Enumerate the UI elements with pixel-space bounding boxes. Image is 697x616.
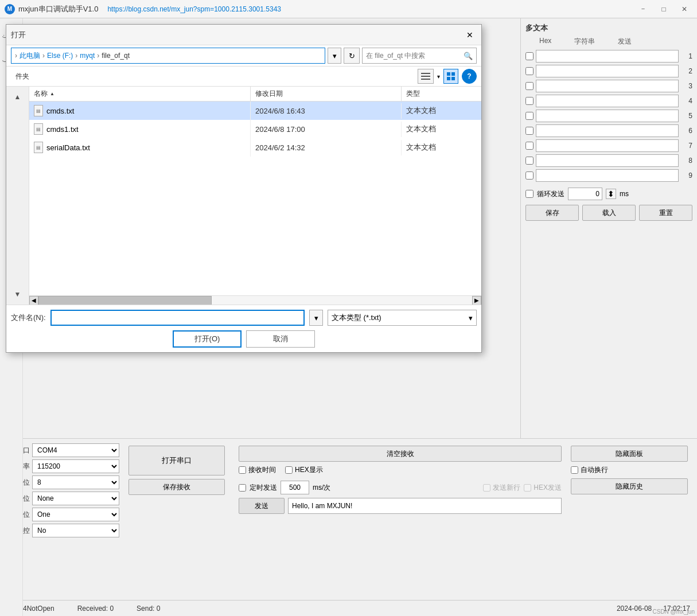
send-button[interactable]: 发送 (239, 498, 285, 514)
minimize-button[interactable]: － (635, 1, 651, 17)
open-button[interactable]: 打开(O) (173, 330, 242, 348)
row-number-6: 6 (681, 127, 692, 135)
save-button[interactable]: 保存 (525, 205, 579, 221)
text-input-9[interactable] (536, 169, 679, 182)
scroll-right-button[interactable]: ▶ (472, 296, 481, 305)
port-select[interactable]: COM4 (32, 443, 119, 457)
maximize-button[interactable]: □ (656, 1, 672, 17)
view-dropdown-icon[interactable]: ▾ (437, 73, 440, 80)
recv-time-checkbox[interactable] (239, 466, 246, 474)
loop-send-checkbox[interactable] (525, 190, 534, 198)
scroll-down-arrow[interactable]: ▼ (12, 288, 24, 300)
text-input-6[interactable] (536, 124, 679, 137)
hex-checkbox-1[interactable] (525, 52, 534, 60)
filetype-select[interactable]: 文本类型 (*.txt) ▾ (328, 310, 477, 326)
app-close-button[interactable]: ✕ (676, 1, 692, 17)
cancel-button[interactable]: 取消 (246, 330, 315, 348)
send-text-input[interactable] (288, 498, 562, 514)
table-row[interactable]: ▤ serialData.txt 2024/6/2 14:32 文本文档 (29, 138, 481, 157)
hex-checkbox-2[interactable] (525, 67, 534, 75)
hex-display-checkbox[interactable] (285, 466, 293, 474)
hex-checkbox-3[interactable] (525, 82, 534, 90)
file-name-cell: ▤ cmds.txt (29, 102, 251, 120)
parity-select[interactable]: None (32, 492, 119, 505)
loop-spinner[interactable]: ⬍ (606, 189, 616, 199)
loop-value-input[interactable] (568, 188, 602, 200)
file-list-main: 名称 ▲ 修改日期 类型 ▤ cmd (29, 87, 481, 305)
hex-send-checkbox[interactable] (524, 484, 531, 492)
hex-checkbox-9[interactable] (525, 171, 534, 180)
view-details-button[interactable] (443, 69, 458, 84)
stop-bits-select[interactable]: One (32, 508, 119, 521)
hide-panel-button[interactable]: 隐藏面板 (571, 446, 688, 462)
address-bar: › 此电脑 › Else (F:) › myqt › file_of_qt ▾ … (6, 45, 481, 67)
text-input-3[interactable] (536, 80, 679, 92)
dialog-close-button[interactable]: ✕ (463, 28, 477, 42)
search-input[interactable] (366, 52, 464, 60)
app-url[interactable]: https://blog.csdn.net/mx_jun?spm=1000.21… (107, 5, 281, 13)
breadcrumb[interactable]: › 此电脑 › Else (F:) › myqt › file_of_qt (11, 48, 325, 64)
filetype-dropdown-icon: ▾ (469, 314, 473, 322)
text-input-4[interactable] (536, 95, 679, 107)
data-bits-select[interactable]: 8 (32, 475, 119, 489)
help-button[interactable]: ? (462, 69, 477, 84)
breadcrumb-dropdown[interactable]: ▾ (328, 48, 341, 64)
timed-send-checkbox[interactable] (239, 484, 246, 492)
flow-select[interactable]: No (32, 524, 119, 537)
breadcrumb-sep1: › (15, 52, 17, 60)
hex-checkbox-5[interactable] (525, 112, 534, 120)
reset-button[interactable]: 重置 (639, 205, 692, 221)
view-list-button[interactable] (418, 69, 434, 84)
file-date-cell: 2024/6/8 16:43 (251, 103, 402, 119)
breadcrumb-pc[interactable]: 此电脑 (20, 51, 40, 61)
svg-rect-6 (451, 77, 455, 80)
scroll-thumb[interactable] (38, 296, 212, 305)
text-input-5[interactable] (536, 110, 679, 122)
status-date: 2024-06-08 (617, 605, 652, 613)
hex-checkbox-7[interactable] (525, 142, 534, 150)
baud-select[interactable]: 115200 (32, 459, 119, 473)
breadcrumb-sep3: › (75, 52, 77, 60)
hex-checkbox-4[interactable] (525, 97, 534, 105)
list-item: 5 (525, 110, 692, 122)
timed-send-input[interactable] (281, 481, 309, 494)
text-input-2[interactable] (536, 65, 679, 77)
row-number-5: 5 (681, 112, 692, 120)
table-row[interactable]: ▤ cmds1.txt 2024/6/8 17:00 文本文档 (29, 120, 481, 138)
row-number-7: 7 (681, 142, 692, 150)
dialog-title-bar: 打开 ✕ (6, 25, 481, 45)
svg-rect-5 (447, 77, 450, 80)
recv-options: 接收时间 HEX显示 (239, 465, 562, 475)
load-button[interactable]: 载入 (582, 205, 636, 221)
send-newline-checkbox[interactable] (483, 484, 490, 492)
hex-checkbox-8[interactable] (525, 157, 534, 165)
refresh-button[interactable]: ↻ (344, 48, 360, 64)
column-type-header[interactable]: 类型 (402, 87, 481, 101)
breadcrumb-drive[interactable]: Else (F:) (47, 52, 73, 60)
column-name-header[interactable]: 名称 ▲ (29, 87, 251, 101)
filename-dropdown[interactable]: ▾ (309, 310, 323, 326)
window-controls: － □ ✕ (635, 1, 692, 17)
send-newline-label: 发送新行 (493, 483, 520, 493)
hide-history-button[interactable]: 隐藏历史 (571, 478, 688, 494)
dialog-toolbar: 件夹 ▾ ? (6, 67, 481, 87)
hex-checkbox-6[interactable] (525, 127, 534, 135)
clear-recv-button[interactable]: 清空接收 (239, 446, 562, 462)
scroll-up-arrow[interactable]: ▲ (12, 91, 24, 103)
text-input-7[interactable] (536, 139, 679, 152)
file-date-cell: 2024/6/2 14:32 (251, 140, 402, 155)
horizontal-scrollbar[interactable]: ◀ ▶ (29, 295, 481, 305)
scroll-left-button[interactable]: ◀ (29, 296, 38, 305)
open-port-button[interactable]: 打开串口 (129, 446, 225, 475)
list-item: 9 (525, 169, 692, 182)
text-input-1[interactable] (536, 50, 679, 63)
breadcrumb-myqt[interactable]: myqt (80, 52, 95, 60)
table-row[interactable]: ▤ cmds.txt 2024/6/8 16:43 文本文档 (29, 102, 481, 120)
save-recv-button[interactable]: 保存接收 (129, 479, 225, 495)
dialog-bottom: 文件名(N): ▾ 文本类型 (*.txt) ▾ 打开(O) 取消 (6, 305, 481, 352)
auto-newline-checkbox[interactable] (571, 466, 578, 474)
filename-input[interactable] (50, 310, 305, 326)
text-input-8[interactable] (536, 154, 679, 167)
scroll-track[interactable] (38, 296, 472, 305)
column-date-header[interactable]: 修改日期 (251, 87, 402, 101)
